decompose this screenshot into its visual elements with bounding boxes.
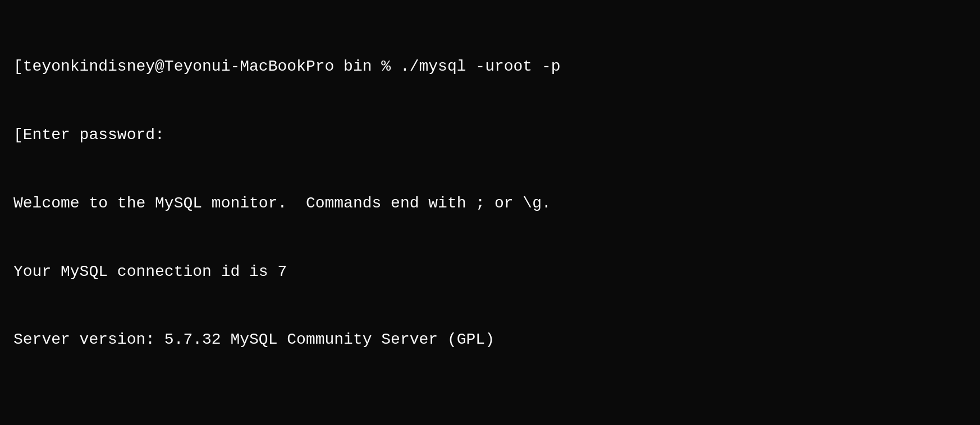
- terminal-line-1: [teyonkindisney@Teyonui-MacBookPro bin %…: [13, 56, 967, 78]
- terminal-line-5: Server version: 5.7.32 MySQL Community S…: [13, 329, 967, 352]
- terminal-window[interactable]: [teyonkindisney@Teyonui-MacBookPro bin %…: [0, 0, 980, 425]
- blank-line-1: [13, 397, 967, 420]
- terminal-line-4: Your MySQL connection id is 7: [13, 261, 967, 284]
- terminal-line-3: Welcome to the MySQL monitor. Commands e…: [13, 192, 967, 215]
- terminal-line-2: [Enter password:: [13, 124, 967, 147]
